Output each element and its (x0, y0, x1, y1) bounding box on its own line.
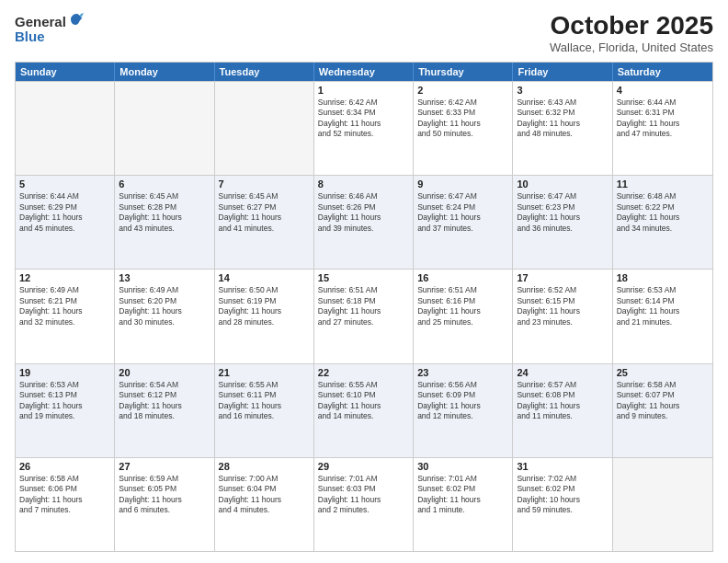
cell-text: Daylight: 11 hours (417, 119, 508, 129)
cell-text: Sunset: 6:32 PM (517, 108, 608, 118)
cell-text: Sunset: 6:28 PM (119, 202, 210, 213)
cell-text: and 28 minutes. (219, 317, 310, 327)
cell-text: and 36 minutes. (517, 224, 608, 234)
day-number: 7 (219, 178, 310, 190)
cell-text: Sunrise: 7:00 AM (219, 474, 310, 484)
day-cell-14: 14Sunrise: 6:50 AMSunset: 6:19 PMDayligh… (215, 270, 314, 362)
calendar-row-3: 19Sunrise: 6:53 AMSunset: 6:13 PMDayligh… (16, 363, 712, 457)
cell-text: Daylight: 11 hours (219, 306, 310, 316)
cell-text: Daylight: 11 hours (617, 119, 709, 129)
cell-text: and 30 minutes. (119, 317, 210, 327)
cell-text: and 23 minutes. (517, 317, 608, 327)
day-cell-19: 19Sunrise: 6:53 AMSunset: 6:13 PMDayligh… (16, 364, 115, 457)
day-cell-22: 22Sunrise: 6:55 AMSunset: 6:10 PMDayligh… (314, 364, 414, 457)
cell-text: Daylight: 11 hours (417, 495, 508, 505)
day-number: 9 (417, 178, 508, 190)
cell-text: Daylight: 11 hours (318, 401, 409, 411)
cell-text: and 47 minutes. (617, 129, 709, 139)
cell-text: Daylight: 11 hours (318, 495, 409, 505)
day-cell-31: 31Sunrise: 7:02 AMSunset: 6:02 PMDayligh… (513, 458, 612, 551)
cell-text: and 14 minutes. (318, 411, 409, 421)
cell-text: Sunrise: 6:52 AM (517, 285, 608, 295)
cell-text: Daylight: 11 hours (19, 401, 110, 411)
day-cell-8: 8Sunrise: 6:46 AMSunset: 6:26 PMDaylight… (314, 176, 414, 269)
page-subtitle: Wallace, Florida, United States (550, 40, 713, 54)
cell-text: Sunset: 6:29 PM (19, 202, 110, 213)
calendar-row-4: 26Sunrise: 6:58 AMSunset: 6:06 PMDayligh… (16, 457, 712, 551)
day-number: 18 (617, 272, 709, 283)
cell-text: Sunrise: 7:01 AM (318, 474, 409, 484)
day-cell-10: 10Sunrise: 6:47 AMSunset: 6:23 PMDayligh… (513, 176, 612, 269)
cell-text: Sunset: 6:15 PM (517, 296, 608, 306)
day-cell-7: 7Sunrise: 6:45 AMSunset: 6:27 PMDaylight… (215, 176, 314, 269)
day-cell-27: 27Sunrise: 6:59 AMSunset: 6:05 PMDayligh… (115, 458, 214, 551)
cell-text: Daylight: 11 hours (219, 401, 310, 411)
cell-text: and 18 minutes. (119, 411, 210, 421)
empty-cell (215, 82, 314, 175)
cell-text: Daylight: 11 hours (318, 306, 409, 316)
header-day-tuesday: Tuesday (215, 63, 314, 81)
cell-text: Daylight: 11 hours (119, 213, 210, 223)
header-day-sunday: Sunday (16, 63, 115, 81)
day-number: 25 (617, 367, 709, 378)
day-cell-24: 24Sunrise: 6:57 AMSunset: 6:08 PMDayligh… (513, 364, 612, 457)
cell-text: Daylight: 11 hours (617, 306, 709, 316)
day-number: 4 (617, 85, 709, 96)
day-cell-3: 3Sunrise: 6:43 AMSunset: 6:32 PMDaylight… (513, 82, 612, 175)
day-cell-25: 25Sunrise: 6:58 AMSunset: 6:07 PMDayligh… (613, 364, 712, 457)
day-number: 1 (318, 85, 409, 96)
cell-text: Daylight: 11 hours (318, 119, 409, 129)
day-cell-13: 13Sunrise: 6:49 AMSunset: 6:20 PMDayligh… (115, 270, 214, 362)
cell-text: and 50 minutes. (417, 129, 508, 139)
cell-text: Sunset: 6:31 PM (617, 108, 709, 118)
day-number: 20 (119, 367, 210, 378)
cell-text: and 1 minute. (417, 505, 508, 515)
page-title: October 2025 (550, 11, 713, 40)
cell-text: Sunrise: 6:42 AM (318, 98, 409, 108)
cell-text: and 6 minutes. (119, 505, 210, 515)
day-number: 3 (517, 85, 608, 96)
day-number: 5 (19, 178, 110, 190)
cell-text: Sunrise: 6:51 AM (318, 285, 409, 295)
day-cell-30: 30Sunrise: 7:01 AMSunset: 6:02 PMDayligh… (414, 458, 513, 551)
cell-text: and 12 minutes. (417, 411, 508, 421)
cell-text: Daylight: 10 hours (517, 495, 608, 505)
day-number: 8 (318, 178, 409, 190)
cell-text: Sunrise: 6:53 AM (617, 285, 709, 295)
cell-text: Daylight: 11 hours (417, 213, 508, 223)
cell-text: Sunrise: 6:59 AM (119, 474, 210, 484)
cell-text: Daylight: 11 hours (119, 495, 210, 505)
cell-text: Sunrise: 6:54 AM (119, 380, 210, 390)
day-cell-26: 26Sunrise: 6:58 AMSunset: 6:06 PMDayligh… (16, 458, 115, 551)
day-cell-29: 29Sunrise: 7:01 AMSunset: 6:03 PMDayligh… (314, 458, 414, 551)
day-cell-1: 1Sunrise: 6:42 AMSunset: 6:34 PMDaylight… (314, 82, 414, 175)
cell-text: Sunrise: 6:49 AM (19, 285, 110, 295)
cell-text: Sunrise: 6:47 AM (517, 191, 608, 201)
cell-text: Daylight: 11 hours (517, 401, 608, 411)
day-number: 23 (417, 367, 508, 378)
day-number: 10 (517, 178, 608, 190)
day-number: 6 (119, 178, 210, 190)
cell-text: Sunrise: 6:55 AM (318, 380, 409, 390)
cell-text: Sunset: 6:20 PM (119, 296, 210, 306)
cell-text: Sunrise: 7:01 AM (417, 474, 508, 484)
cell-text: Sunrise: 6:44 AM (617, 98, 709, 108)
cell-text: and 16 minutes. (219, 411, 310, 421)
cell-text: Sunrise: 6:46 AM (318, 191, 409, 201)
cell-text: Sunset: 6:19 PM (219, 296, 310, 306)
cell-text: Sunset: 6:07 PM (617, 390, 709, 400)
cell-text: Daylight: 11 hours (517, 213, 608, 223)
cell-text: Sunset: 6:06 PM (19, 484, 110, 494)
cell-text: and 4 minutes. (219, 505, 310, 515)
calendar: SundayMondayTuesdayWednesdayThursdayFrid… (15, 62, 713, 552)
cell-text: and 11 minutes. (517, 411, 608, 421)
cell-text: and 59 minutes. (517, 505, 608, 515)
cell-text: Daylight: 11 hours (19, 213, 110, 223)
day-cell-15: 15Sunrise: 6:51 AMSunset: 6:18 PMDayligh… (314, 270, 414, 362)
cell-text: Sunset: 6:02 PM (517, 484, 608, 494)
cell-text: Daylight: 11 hours (517, 306, 608, 316)
cell-text: Sunset: 6:23 PM (517, 202, 608, 213)
header-day-friday: Friday (513, 63, 612, 81)
header-day-thursday: Thursday (414, 63, 513, 81)
day-number: 17 (517, 272, 608, 283)
